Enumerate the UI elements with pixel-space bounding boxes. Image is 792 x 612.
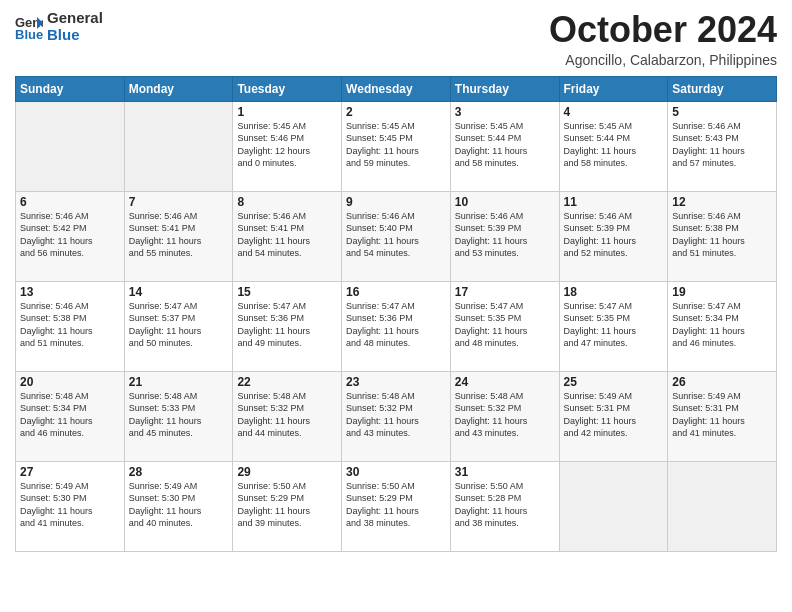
calendar-cell: 13Sunrise: 5:46 AMSunset: 5:38 PMDayligh… bbox=[16, 281, 125, 371]
calendar-cell: 26Sunrise: 5:49 AMSunset: 5:31 PMDayligh… bbox=[668, 371, 777, 461]
day-number: 17 bbox=[455, 285, 555, 299]
day-info: Sunrise: 5:47 AMSunset: 5:37 PMDaylight:… bbox=[129, 300, 229, 350]
day-info: Sunrise: 5:45 AMSunset: 5:44 PMDaylight:… bbox=[564, 120, 664, 170]
day-number: 4 bbox=[564, 105, 664, 119]
day-info: Sunrise: 5:50 AMSunset: 5:29 PMDaylight:… bbox=[237, 480, 337, 530]
day-number: 5 bbox=[672, 105, 772, 119]
calendar-cell: 23Sunrise: 5:48 AMSunset: 5:32 PMDayligh… bbox=[342, 371, 451, 461]
weekday-header-wednesday: Wednesday bbox=[342, 76, 451, 101]
day-info: Sunrise: 5:49 AMSunset: 5:31 PMDaylight:… bbox=[564, 390, 664, 440]
calendar-cell bbox=[668, 461, 777, 551]
calendar-header-row: SundayMondayTuesdayWednesdayThursdayFrid… bbox=[16, 76, 777, 101]
calendar-week-2: 6Sunrise: 5:46 AMSunset: 5:42 PMDaylight… bbox=[16, 191, 777, 281]
day-number: 12 bbox=[672, 195, 772, 209]
calendar-week-3: 13Sunrise: 5:46 AMSunset: 5:38 PMDayligh… bbox=[16, 281, 777, 371]
calendar-cell: 19Sunrise: 5:47 AMSunset: 5:34 PMDayligh… bbox=[668, 281, 777, 371]
calendar-cell: 7Sunrise: 5:46 AMSunset: 5:41 PMDaylight… bbox=[124, 191, 233, 281]
location: Agoncillo, Calabarzon, Philippines bbox=[549, 52, 777, 68]
calendar-cell: 9Sunrise: 5:46 AMSunset: 5:40 PMDaylight… bbox=[342, 191, 451, 281]
day-number: 30 bbox=[346, 465, 446, 479]
calendar-cell: 24Sunrise: 5:48 AMSunset: 5:32 PMDayligh… bbox=[450, 371, 559, 461]
day-info: Sunrise: 5:48 AMSunset: 5:32 PMDaylight:… bbox=[455, 390, 555, 440]
day-info: Sunrise: 5:50 AMSunset: 5:28 PMDaylight:… bbox=[455, 480, 555, 530]
title-block: October 2024 Agoncillo, Calabarzon, Phil… bbox=[549, 10, 777, 68]
day-number: 15 bbox=[237, 285, 337, 299]
day-info: Sunrise: 5:48 AMSunset: 5:32 PMDaylight:… bbox=[346, 390, 446, 440]
day-info: Sunrise: 5:47 AMSunset: 5:35 PMDaylight:… bbox=[564, 300, 664, 350]
header: General Blue General Blue October 2024 A… bbox=[15, 10, 777, 68]
calendar-cell: 25Sunrise: 5:49 AMSunset: 5:31 PMDayligh… bbox=[559, 371, 668, 461]
calendar-cell: 21Sunrise: 5:48 AMSunset: 5:33 PMDayligh… bbox=[124, 371, 233, 461]
day-info: Sunrise: 5:46 AMSunset: 5:39 PMDaylight:… bbox=[564, 210, 664, 260]
day-info: Sunrise: 5:45 AMSunset: 5:44 PMDaylight:… bbox=[455, 120, 555, 170]
calendar-cell: 18Sunrise: 5:47 AMSunset: 5:35 PMDayligh… bbox=[559, 281, 668, 371]
day-info: Sunrise: 5:49 AMSunset: 5:30 PMDaylight:… bbox=[20, 480, 120, 530]
page: General Blue General Blue October 2024 A… bbox=[0, 0, 792, 612]
day-info: Sunrise: 5:46 AMSunset: 5:39 PMDaylight:… bbox=[455, 210, 555, 260]
day-number: 6 bbox=[20, 195, 120, 209]
day-number: 3 bbox=[455, 105, 555, 119]
month-title: October 2024 bbox=[549, 10, 777, 50]
calendar-cell: 10Sunrise: 5:46 AMSunset: 5:39 PMDayligh… bbox=[450, 191, 559, 281]
day-number: 29 bbox=[237, 465, 337, 479]
calendar-cell: 12Sunrise: 5:46 AMSunset: 5:38 PMDayligh… bbox=[668, 191, 777, 281]
day-number: 10 bbox=[455, 195, 555, 209]
day-info: Sunrise: 5:46 AMSunset: 5:43 PMDaylight:… bbox=[672, 120, 772, 170]
calendar-cell: 16Sunrise: 5:47 AMSunset: 5:36 PMDayligh… bbox=[342, 281, 451, 371]
day-number: 14 bbox=[129, 285, 229, 299]
day-info: Sunrise: 5:47 AMSunset: 5:36 PMDaylight:… bbox=[346, 300, 446, 350]
calendar-table: SundayMondayTuesdayWednesdayThursdayFrid… bbox=[15, 76, 777, 552]
calendar-cell bbox=[124, 101, 233, 191]
calendar-cell: 22Sunrise: 5:48 AMSunset: 5:32 PMDayligh… bbox=[233, 371, 342, 461]
day-number: 18 bbox=[564, 285, 664, 299]
weekday-header-thursday: Thursday bbox=[450, 76, 559, 101]
day-info: Sunrise: 5:47 AMSunset: 5:36 PMDaylight:… bbox=[237, 300, 337, 350]
day-info: Sunrise: 5:45 AMSunset: 5:46 PMDaylight:… bbox=[237, 120, 337, 170]
day-info: Sunrise: 5:46 AMSunset: 5:42 PMDaylight:… bbox=[20, 210, 120, 260]
calendar-cell: 29Sunrise: 5:50 AMSunset: 5:29 PMDayligh… bbox=[233, 461, 342, 551]
weekday-header-sunday: Sunday bbox=[16, 76, 125, 101]
day-info: Sunrise: 5:48 AMSunset: 5:33 PMDaylight:… bbox=[129, 390, 229, 440]
calendar-cell bbox=[559, 461, 668, 551]
day-info: Sunrise: 5:47 AMSunset: 5:35 PMDaylight:… bbox=[455, 300, 555, 350]
day-info: Sunrise: 5:46 AMSunset: 5:40 PMDaylight:… bbox=[346, 210, 446, 260]
calendar-cell: 31Sunrise: 5:50 AMSunset: 5:28 PMDayligh… bbox=[450, 461, 559, 551]
day-number: 28 bbox=[129, 465, 229, 479]
day-info: Sunrise: 5:45 AMSunset: 5:45 PMDaylight:… bbox=[346, 120, 446, 170]
weekday-header-tuesday: Tuesday bbox=[233, 76, 342, 101]
day-number: 20 bbox=[20, 375, 120, 389]
calendar-cell: 2Sunrise: 5:45 AMSunset: 5:45 PMDaylight… bbox=[342, 101, 451, 191]
day-number: 7 bbox=[129, 195, 229, 209]
day-info: Sunrise: 5:48 AMSunset: 5:34 PMDaylight:… bbox=[20, 390, 120, 440]
weekday-header-saturday: Saturday bbox=[668, 76, 777, 101]
calendar-cell: 3Sunrise: 5:45 AMSunset: 5:44 PMDaylight… bbox=[450, 101, 559, 191]
day-info: Sunrise: 5:50 AMSunset: 5:29 PMDaylight:… bbox=[346, 480, 446, 530]
day-info: Sunrise: 5:46 AMSunset: 5:38 PMDaylight:… bbox=[672, 210, 772, 260]
logo-icon: General Blue bbox=[15, 13, 43, 41]
svg-text:Blue: Blue bbox=[15, 27, 43, 41]
day-number: 31 bbox=[455, 465, 555, 479]
day-info: Sunrise: 5:49 AMSunset: 5:31 PMDaylight:… bbox=[672, 390, 772, 440]
logo-blue: Blue bbox=[47, 27, 103, 44]
day-number: 24 bbox=[455, 375, 555, 389]
calendar-cell: 17Sunrise: 5:47 AMSunset: 5:35 PMDayligh… bbox=[450, 281, 559, 371]
calendar-week-4: 20Sunrise: 5:48 AMSunset: 5:34 PMDayligh… bbox=[16, 371, 777, 461]
day-number: 21 bbox=[129, 375, 229, 389]
logo: General Blue General Blue bbox=[15, 10, 103, 43]
calendar-week-1: 1Sunrise: 5:45 AMSunset: 5:46 PMDaylight… bbox=[16, 101, 777, 191]
calendar-cell: 15Sunrise: 5:47 AMSunset: 5:36 PMDayligh… bbox=[233, 281, 342, 371]
day-number: 2 bbox=[346, 105, 446, 119]
day-number: 23 bbox=[346, 375, 446, 389]
day-number: 22 bbox=[237, 375, 337, 389]
weekday-header-friday: Friday bbox=[559, 76, 668, 101]
day-number: 19 bbox=[672, 285, 772, 299]
day-number: 25 bbox=[564, 375, 664, 389]
day-info: Sunrise: 5:46 AMSunset: 5:41 PMDaylight:… bbox=[237, 210, 337, 260]
calendar-week-5: 27Sunrise: 5:49 AMSunset: 5:30 PMDayligh… bbox=[16, 461, 777, 551]
day-info: Sunrise: 5:46 AMSunset: 5:38 PMDaylight:… bbox=[20, 300, 120, 350]
logo-general: General bbox=[47, 10, 103, 27]
calendar-cell: 27Sunrise: 5:49 AMSunset: 5:30 PMDayligh… bbox=[16, 461, 125, 551]
calendar-cell bbox=[16, 101, 125, 191]
day-number: 27 bbox=[20, 465, 120, 479]
day-number: 26 bbox=[672, 375, 772, 389]
